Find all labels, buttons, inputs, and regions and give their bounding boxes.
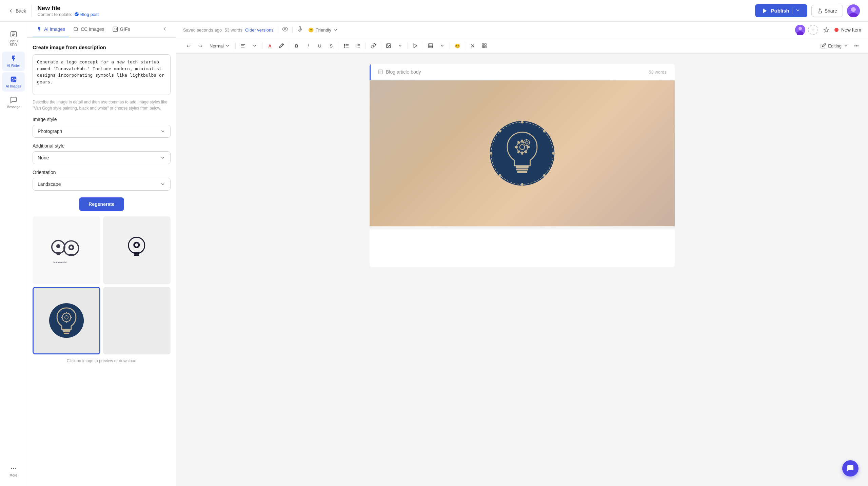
svg-rect-97 (521, 140, 523, 143)
sidebar-label-more: More (9, 473, 17, 477)
redo-btn[interactable]: ↪ (195, 40, 205, 51)
play-btn[interactable] (410, 40, 421, 51)
svg-rect-100 (515, 146, 518, 148)
svg-rect-110 (526, 144, 527, 146)
file-info: New file Content template: Blog post (37, 5, 99, 17)
fmt-sep-5 (366, 42, 366, 49)
older-versions-link[interactable]: Older versions (245, 27, 274, 33)
svg-line-45 (70, 320, 70, 321)
special-chars-btn[interactable] (467, 40, 478, 51)
image-btn[interactable] (383, 40, 394, 51)
bold-btn[interactable]: B (291, 40, 302, 51)
svg-rect-99 (527, 146, 530, 148)
emoji-btn[interactable]: 😊 (452, 40, 463, 51)
fmt-sep-3 (289, 42, 289, 49)
editor-content: Blog article body 53 words (176, 54, 868, 486)
svg-point-90 (499, 130, 501, 132)
toolbar-separator-2 (292, 26, 293, 33)
svg-point-88 (490, 152, 492, 154)
publish-chevron[interactable] (792, 7, 801, 14)
tab-ai-images[interactable]: AI images (33, 22, 69, 37)
link-btn[interactable] (368, 40, 379, 51)
more-btn[interactable] (479, 40, 490, 51)
sidebar-item-brief-seo[interactable]: Brief + SEO (2, 27, 25, 50)
svg-text:InnovateHub: InnovateHub (53, 261, 67, 264)
svg-text:GIF: GIF (114, 28, 117, 31)
magic-btn[interactable] (821, 24, 832, 35)
undo-btn[interactable]: ↩ (183, 40, 194, 51)
format-more-btn[interactable]: ••• (852, 41, 861, 51)
svg-point-92 (499, 174, 501, 177)
svg-line-44 (63, 320, 63, 321)
italic-btn[interactable]: I (303, 40, 314, 51)
sidebar-label-ai-writer: AI Writer (7, 64, 20, 67)
gallery-item-4[interactable] (103, 287, 171, 355)
sidebar-item-more[interactable]: More (2, 461, 25, 481)
tab-cc-images[interactable]: CC images (69, 22, 108, 37)
svg-point-106 (520, 144, 525, 150)
sidebar-item-message[interactable]: Message (2, 93, 25, 112)
text-color-btn[interactable]: A (264, 40, 275, 51)
regenerate-button[interactable]: Regenerate (79, 197, 124, 211)
numbered-list-btn[interactable]: 1.2.3. (353, 40, 363, 51)
gallery-item-1[interactable]: InnovateHub (33, 216, 100, 284)
mic-icon[interactable] (297, 26, 303, 34)
svg-rect-78 (485, 46, 486, 48)
toolbar-separator-1 (278, 26, 278, 33)
share-button[interactable]: Share (811, 5, 843, 17)
svg-point-60 (344, 47, 345, 47)
doc-hero-image[interactable] (370, 80, 675, 230)
additional-style-label: Additional style (33, 143, 171, 149)
table-btn[interactable] (425, 40, 436, 51)
svg-rect-111 (529, 142, 530, 143)
tone-label: Friendly (316, 27, 331, 33)
user-avatar[interactable] (847, 4, 860, 17)
secondary-toolbar: Saved seconds ago 53 words Older version… (176, 22, 868, 38)
paragraph-style-dropdown[interactable]: Normal (206, 40, 233, 51)
align-left-btn[interactable] (238, 40, 249, 51)
svg-point-48 (798, 27, 802, 30)
tone-emoji: 🙂 (308, 27, 314, 33)
strikethrough-btn[interactable]: S (326, 40, 337, 51)
editing-mode-selector[interactable]: Editing (818, 42, 851, 50)
svg-rect-112 (523, 142, 525, 143)
svg-rect-109 (526, 139, 527, 140)
prompt-textarea[interactable]: Generate a logo concept for a new tech s… (33, 54, 171, 95)
svg-point-13 (74, 27, 78, 31)
highlight-btn[interactable] (276, 40, 287, 51)
align-dropdown-btn[interactable] (249, 40, 260, 51)
table-dropdown-btn[interactable] (437, 40, 448, 51)
gallery-item-3[interactable] (33, 287, 100, 355)
tone-selector[interactable]: 🙂 Friendly (305, 26, 341, 34)
svg-point-86 (521, 121, 523, 123)
gallery-item-2[interactable] (103, 216, 171, 284)
publish-button[interactable]: Publish (755, 4, 807, 17)
create-section-title: Create image from description (33, 44, 171, 50)
orientation-select[interactable]: Landscape (33, 178, 171, 191)
image-style-select[interactable]: Photograph (33, 125, 171, 138)
additional-style-select[interactable]: None (33, 151, 171, 164)
gallery-hint: Click on image to preview or download (33, 358, 171, 363)
svg-point-68 (388, 45, 388, 45)
image-dropdown-btn[interactable] (395, 40, 406, 51)
eye-icon[interactable] (282, 26, 288, 34)
sidebar-item-ai-writer[interactable]: AI Writer (2, 52, 25, 71)
add-collaborator-btn[interactable] (808, 25, 818, 35)
panel-collapse-btn[interactable] (159, 23, 171, 36)
sidebar-item-ai-images[interactable]: AI Images (2, 72, 25, 92)
user-avatar-small (795, 25, 805, 35)
underline-btn[interactable]: U (314, 40, 325, 51)
chat-bubble-btn[interactable] (842, 460, 859, 477)
svg-point-2 (851, 7, 856, 12)
editor-doc: Blog article body 53 words (370, 64, 675, 267)
regenerate-label: Regenerate (88, 201, 114, 207)
back-button[interactable]: Back (8, 8, 26, 14)
topbar-left: Back New file Content template: Blog pos… (8, 5, 99, 17)
svg-line-43 (70, 314, 70, 314)
doc-section-label: Blog article body (378, 69, 421, 75)
tab-gifs[interactable]: GIF GIFs (108, 22, 134, 37)
svg-rect-70 (429, 44, 433, 48)
word-count: 53 words (224, 27, 242, 33)
bullet-list-btn[interactable] (341, 40, 352, 51)
fmt-sep-10 (465, 42, 465, 49)
